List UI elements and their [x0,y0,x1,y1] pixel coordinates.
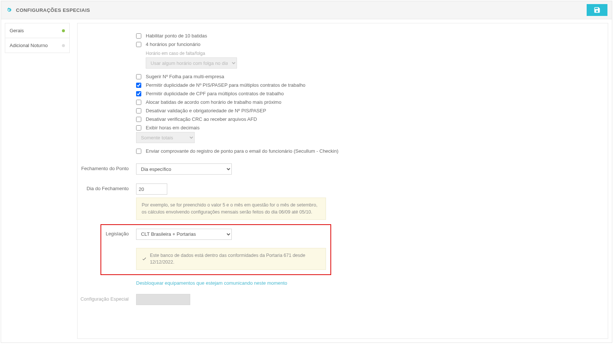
save-button[interactable] [587,4,607,16]
horario-falta-sublabel: Horário em caso de falta/folga [146,51,462,56]
dia-fechamento-input[interactable] [136,183,167,195]
inactive-dot-icon [62,44,65,47]
checkbox-alocar-batidas[interactable] [136,100,141,105]
panel-header: CONFIGURAÇÕES ESPECIAIS [1,1,612,19]
gear-icon [6,7,12,13]
checkbox-label: Permitir duplicidade de Nº PIS/PASEP par… [146,82,306,88]
dia-fechamento-label: Dia do Fechamento [77,183,136,191]
sidebar-item-adicional-noturno[interactable]: Adicional Noturno [5,38,69,53]
fechamento-select[interactable]: Dia específico [136,163,232,175]
save-icon [593,6,601,14]
page-title: CONFIGURAÇÕES ESPECIAIS [16,7,90,13]
check-icon [142,256,147,261]
checkbox-label: Habilitar ponto de 10 batidas [146,33,207,39]
horario-falta-select: Usar algum horário com folga no dia [146,57,237,69]
config-especial-label: Configuração Especial [77,294,136,302]
sidebar-item-gerais[interactable]: Gerais [5,23,69,38]
config-especial-input [136,294,190,305]
checkbox-desativar-pis[interactable] [136,108,141,113]
checkbox-label: Desativar validação e obrigatoriedade de… [146,108,266,113]
checkbox-label: 4 horários por funcionário [146,42,200,47]
main-panel: Habilitar ponto de 10 batidas 4 horários… [77,23,608,339]
sidebar: Gerais Adicional Noturno [5,23,70,53]
checkbox-4-horarios[interactable] [136,42,141,47]
sidebar-item-label: Gerais [10,28,24,33]
checkbox-label: Desativar verificação CRC ao receber arq… [146,116,257,122]
checkbox-pis-duplicidade[interactable] [136,83,141,88]
checkbox-cpf-duplicidade[interactable] [136,91,141,96]
fechamento-label: Fechamento do Ponto [77,163,136,171]
checkbox-enviar-comprovante[interactable] [136,149,141,154]
compliance-text: Este banco de dados está dentro das conf… [150,252,320,266]
checkbox-label: Exibir horas em decimais [146,125,200,130]
legislacao-highlight: Legislação CLT Brasileira + Portarias Es… [100,224,331,275]
checkbox-desativar-crc[interactable] [136,117,141,122]
dia-fechamento-info: Por exemplo, se for preenchido o valor 5… [136,198,326,220]
sidebar-item-label: Adicional Noturno [10,43,48,48]
checkbox-label: Permitir duplicidade de CPF para múltipl… [146,91,284,96]
legislacao-select[interactable]: CLT Brasileira + Portarias [136,229,232,240]
checkbox-horas-decimais[interactable] [136,125,141,130]
checkbox-label: Alocar batidas de acordo com horário de … [146,99,281,105]
checkbox-label: Sugerir Nº Folha para multi-empresa [146,74,224,79]
checkbox-label: Enviar comprovante do registro de ponto … [146,148,339,154]
horas-decimais-select: Somente totais [136,132,195,143]
active-dot-icon [62,29,65,32]
compliance-box: Este banco de dados está dentro das conf… [136,248,326,270]
checkbox-sugerir-folha[interactable] [136,74,141,79]
unlock-link[interactable]: Desbloquear equipamentos que estejam com… [136,280,287,286]
legislacao-label: Legislação [106,229,136,236]
checkbox-10-batidas[interactable] [136,33,141,39]
